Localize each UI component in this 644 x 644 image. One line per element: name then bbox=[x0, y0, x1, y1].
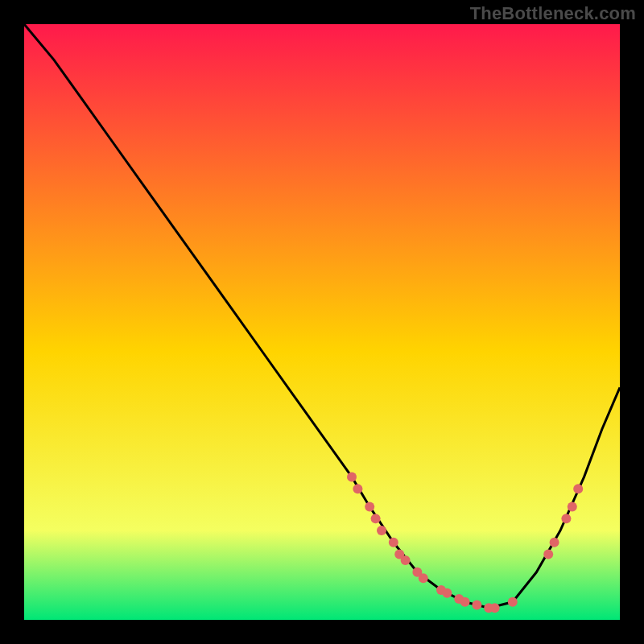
data-marker bbox=[419, 573, 428, 583]
data-marker bbox=[353, 484, 362, 493]
data-marker bbox=[389, 538, 398, 547]
data-marker bbox=[561, 514, 571, 523]
data-marker bbox=[460, 597, 470, 607]
bottleneck-chart bbox=[0, 0, 644, 644]
data-marker bbox=[490, 603, 500, 613]
data-marker bbox=[365, 502, 374, 511]
data-marker bbox=[347, 472, 357, 481]
data-marker bbox=[472, 601, 481, 610]
data-marker bbox=[371, 514, 381, 523]
data-marker bbox=[568, 502, 577, 511]
data-marker bbox=[573, 484, 583, 493]
data-marker bbox=[401, 555, 411, 565]
watermark-text: TheBottleneck.com bbox=[470, 3, 636, 24]
data-marker bbox=[442, 588, 452, 598]
data-marker bbox=[543, 550, 553, 559]
chart-frame: TheBottleneck.com bbox=[0, 0, 644, 644]
plot-background bbox=[24, 24, 620, 620]
data-marker bbox=[550, 538, 559, 547]
data-marker bbox=[508, 597, 518, 607]
data-marker bbox=[377, 526, 386, 535]
